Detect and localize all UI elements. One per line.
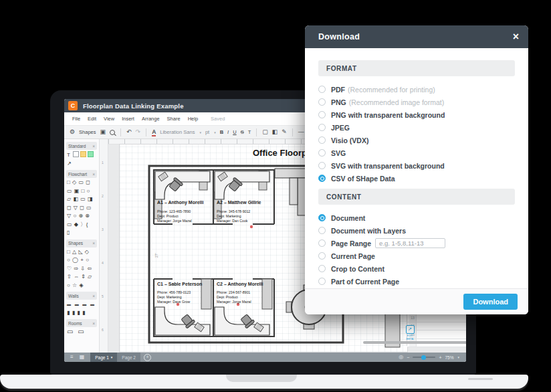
menu-file[interactable]: File: [72, 116, 80, 122]
cubicle-c2-desk[interactable]: [215, 307, 269, 335]
flowchart-shapes-row[interactable]: ◻ ▽ ◻ ▭: [66, 203, 97, 212]
data-row[interactable]: 13: [407, 314, 466, 322]
radio-icon[interactable]: [318, 86, 326, 93]
shapes-row[interactable]: ○ ◯ + ○: [66, 256, 97, 264]
section-walls[interactable]: Walls ×: [66, 292, 97, 300]
data-warning-icon[interactable]: [250, 225, 253, 228]
zoom-level[interactable]: 75%: [445, 355, 453, 360]
export-beta-button[interactable]: ↗ EXT BETA: [405, 321, 415, 340]
radio-icon[interactable]: [318, 214, 326, 221]
shape-outline-icon[interactable]: ▢: [262, 129, 268, 135]
radio-icon[interactable]: [318, 136, 326, 144]
menu-view[interactable]: View: [104, 116, 114, 122]
radio-option-crop[interactable]: Crop to Content: [318, 262, 515, 275]
radio-option-visio[interactable]: Visio (VDX): [318, 134, 515, 146]
download-button[interactable]: Download: [463, 294, 518, 310]
shapes-row[interactable]: ○ ☆ ◈: [66, 281, 97, 290]
standard-shapes-row[interactable]: ↗: [66, 159, 97, 168]
radio-icon[interactable]: [318, 162, 326, 169]
radio-option-document[interactable]: Document: [318, 211, 515, 224]
underline-button[interactable]: U: [233, 129, 236, 135]
highlight-shape[interactable]: [88, 151, 94, 157]
cubicle-c2-name[interactable]: C2 – Anthony Morelli: [217, 282, 263, 287]
radio-icon[interactable]: [318, 227, 326, 234]
italic-button[interactable]: I: [227, 129, 229, 135]
data-row[interactable]: 15: [407, 330, 466, 339]
close-icon[interactable]: ×: [92, 144, 95, 149]
cubicle-c1-desk[interactable]: [155, 307, 210, 335]
zoom-slider-knob[interactable]: [421, 355, 426, 360]
menu-insert[interactable]: Insert: [122, 116, 134, 122]
radio-option-svg[interactable]: SVG: [318, 146, 515, 159]
section-flowchart[interactable]: Flowchart ×: [66, 170, 97, 178]
flowchart-shapes-row[interactable]: ▽ ○ ⊕ ⊗: [66, 211, 97, 220]
center-view-icon[interactable]: ◎: [399, 355, 403, 360]
radio-icon[interactable]: [318, 239, 326, 247]
close-icon[interactable]: ×: [92, 321, 95, 326]
pen-shape[interactable]: ↗: [67, 161, 72, 167]
radio-option-pdf[interactable]: PDF (Recommended for printing): [318, 83, 515, 96]
menu-help[interactable]: Help: [188, 116, 198, 122]
walls-row[interactable]: ▮ ▮ ▮ ▮: [66, 308, 97, 317]
cubicle-a2-name[interactable]: A2 – Matthew Gillrie: [217, 200, 261, 205]
standard-shapes-row[interactable]: T: [66, 150, 97, 159]
radio-icon[interactable]: [318, 98, 326, 106]
font-color-icon[interactable]: A: [152, 128, 156, 136]
horizontal-scrollbar[interactable]: [363, 341, 466, 344]
list-view-icon[interactable]: ≡: [70, 355, 74, 360]
radio-icon[interactable]: [318, 149, 326, 157]
add-page-button[interactable]: +: [144, 354, 151, 361]
section-rooms[interactable]: Rooms ×: [66, 319, 97, 327]
cubicle-a1-name[interactable]: A1 – Anthony Morelli: [157, 200, 203, 205]
menu-arrange[interactable]: Arrange: [142, 116, 160, 122]
zoom-in-button[interactable]: +: [439, 355, 441, 360]
data-row[interactable]: 14: [407, 322, 466, 331]
line-color-icon[interactable]: ✎: [282, 129, 287, 135]
lucidchart-logo-icon[interactable]: C: [68, 101, 78, 110]
radio-icon[interactable]: [318, 175, 326, 182]
font-family-dropdown[interactable]: Liberation Sans: [160, 129, 195, 135]
radio-option-png-transparent[interactable]: PNG with transparent background: [318, 108, 515, 121]
radio-icon[interactable]: [318, 278, 326, 285]
flowchart-shapes-row[interactable]: □ ◇ ▭ ◻: [66, 178, 97, 187]
rectangle-shape[interactable]: [73, 151, 79, 157]
flowchart-shapes-row[interactable]: ▭ ▣ □ ○: [66, 187, 97, 195]
flowchart-shapes-row[interactable]: ▭ ◆ 〉{: [66, 220, 97, 229]
grid-view-icon[interactable]: ▦: [80, 355, 85, 360]
walls-row[interactable]: ▬ ▬ ▬ ▬: [66, 300, 97, 308]
fill-color-icon[interactable]: ◧: [272, 129, 278, 135]
bold-button[interactable]: B: [220, 129, 223, 135]
radio-option-current-page[interactable]: Current Page: [318, 250, 515, 262]
zoom-out-button[interactable]: −: [407, 355, 409, 360]
close-icon[interactable]: ×: [513, 31, 519, 42]
shapes-row[interactable]: □ △ ◺ ◇: [66, 248, 97, 256]
radio-option-part-of-page[interactable]: Part of Current Page: [318, 275, 515, 288]
radio-icon[interactable]: [318, 124, 326, 131]
image-icon[interactable]: ▣: [100, 129, 106, 135]
radio-option-png[interactable]: PNG (Recommended image format): [318, 96, 515, 108]
radio-option-page-range[interactable]: Page Range: [318, 237, 515, 250]
undo-icon[interactable]: ↶: [126, 129, 132, 135]
radio-icon[interactable]: [318, 265, 326, 272]
radio-option-svg-transparent[interactable]: SVG with transparent background: [318, 159, 515, 172]
section-shapes[interactable]: Shapes ×: [66, 239, 97, 248]
menu-share[interactable]: Share: [167, 116, 181, 122]
page-tab-2[interactable]: Page 2: [117, 353, 140, 362]
page-tab-1[interactable]: Page 1 ▾: [90, 353, 117, 362]
radio-icon[interactable]: [318, 111, 326, 118]
redo-icon[interactable]: ↷: [136, 129, 141, 135]
zoom-slider[interactable]: [413, 357, 435, 358]
text-options-button[interactable]: T: [248, 129, 251, 135]
close-icon[interactable]: ×: [92, 241, 95, 246]
page-range-input[interactable]: [375, 238, 445, 248]
cubicle-c1-name[interactable]: C1 – Sable Peterson: [157, 282, 202, 286]
flowchart-shapes-row[interactable]: ▯: [66, 228, 97, 237]
shapes-row[interactable]: ♡ ⇨ ⇩ ⇦: [66, 264, 97, 273]
section-standard[interactable]: Standard ×: [66, 142, 97, 150]
gear-icon[interactable]: ⚙: [70, 129, 75, 135]
strikethrough-button[interactable]: S: [241, 129, 244, 135]
shapes-row[interactable]: ⇧ ⇔ ⇕ ▱: [66, 272, 97, 281]
sticky-note-shape[interactable]: [80, 151, 86, 157]
radio-icon[interactable]: [318, 252, 326, 260]
close-icon[interactable]: ×: [92, 294, 95, 298]
